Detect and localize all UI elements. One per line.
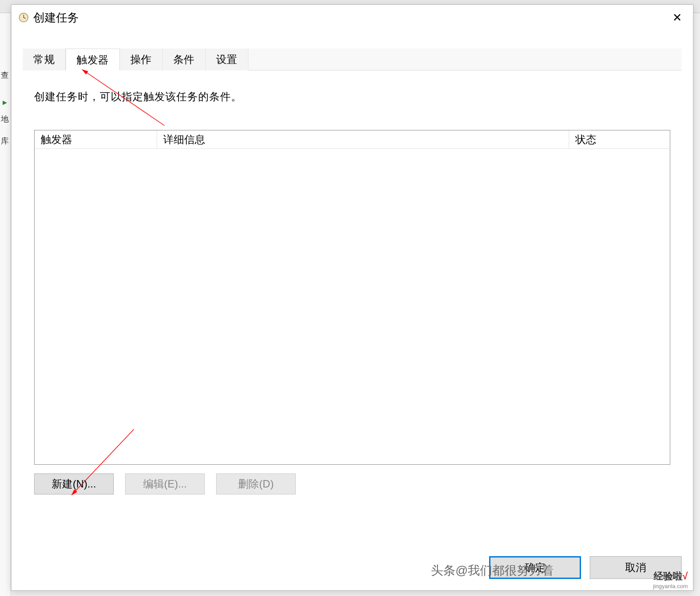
dialog-title: 创建任务 (33, 10, 668, 25)
titlebar: 创建任务 ✕ (11, 5, 693, 30)
column-status[interactable]: 状态 (569, 130, 670, 148)
tab-conditions[interactable]: 条件 (163, 49, 206, 70)
dialog-body: 常规 触发器 操作 条件 设置 创建任务时，可以指定触发该任务的条件。 触发器 … (23, 49, 682, 538)
delete-button: 删除(D) (216, 473, 296, 494)
watermark-domain: jingyanla.com (653, 583, 688, 589)
watermark-text: 头条@我们都很努力着 (431, 562, 553, 579)
watermark-brand: 经验啦 (654, 571, 682, 582)
edit-button: 编辑(E)... (125, 473, 205, 494)
column-detail[interactable]: 详细信息 (157, 130, 569, 148)
action-buttons: 新建(N)... 编辑(E)... 删除(D) (34, 473, 670, 494)
table-header: 触发器 详细信息 状态 (35, 130, 670, 149)
new-button[interactable]: 新建(N)... (34, 473, 114, 494)
column-trigger[interactable]: 触发器 (35, 130, 157, 148)
svg-marker-0 (3, 101, 7, 105)
tab-triggers[interactable]: 触发器 (66, 49, 120, 70)
clock-icon (18, 12, 29, 23)
tab-actions[interactable]: 操作 (120, 49, 163, 70)
close-button[interactable]: ✕ (668, 9, 686, 26)
tab-content: 创建任务时，可以指定触发该任务的条件。 触发器 详细信息 状态 新建(N)...… (23, 70, 682, 538)
tabs: 常规 触发器 操作 条件 设置 (23, 49, 682, 70)
watermark-logo: 经验啦√ jingyanla.com (653, 570, 688, 589)
triggers-table: 触发器 详细信息 状态 (34, 130, 670, 465)
tab-description: 创建任务时，可以指定触发该任务的条件。 (34, 90, 670, 104)
create-task-dialog: 创建任务 ✕ 常规 触发器 操作 条件 设置 创建任务时，可以指定触发该任务的条… (11, 4, 693, 591)
tab-settings[interactable]: 设置 (206, 49, 248, 70)
background-left-strip: 查 地 库 (0, 13, 11, 596)
tab-general[interactable]: 常规 (23, 49, 66, 70)
